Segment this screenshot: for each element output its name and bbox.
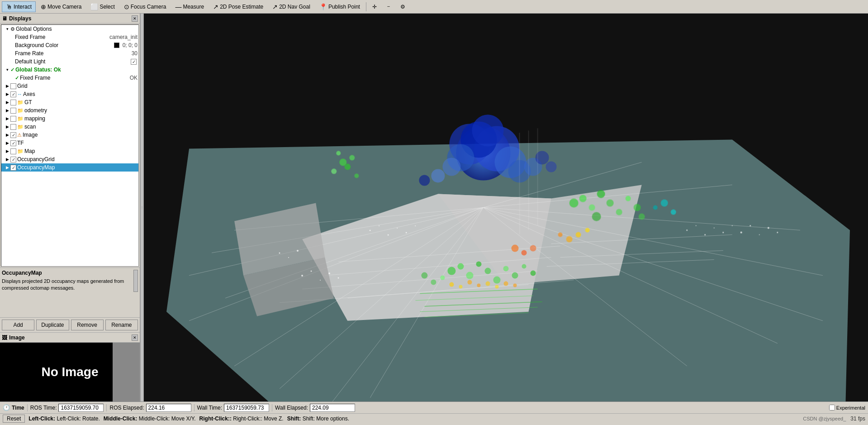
resize-handle[interactable]: ⋮ <box>140 14 144 401</box>
frame-rate-row[interactable]: Frame Rate 30 <box>1 49 138 57</box>
displays-panel: 🖥 Displays ✕ ▾ ⚙ Global Options Fixed Fr… <box>0 14 140 332</box>
svg-point-51 <box>579 195 587 202</box>
time-icon: 🕐 <box>3 404 10 411</box>
wall-elapsed-field: 224.09 <box>310 404 355 412</box>
duplicate-button[interactable]: Duplicate <box>36 320 69 330</box>
time-sep-3 <box>194 404 194 411</box>
svg-point-57 <box>634 204 641 211</box>
svg-point-72 <box>493 277 500 284</box>
minus-button[interactable]: － <box>382 1 395 12</box>
image-icon: ⚠ <box>17 132 22 138</box>
svg-point-79 <box>421 272 427 279</box>
image-row[interactable]: ▶ ✓ ⚠ Image <box>1 131 138 139</box>
svg-point-110 <box>732 225 733 226</box>
svg-point-98 <box>311 270 312 272</box>
svg-point-88 <box>512 245 519 252</box>
tf-row[interactable]: ▶ ✓ TF <box>1 139 138 147</box>
global-options-arrow[interactable]: ▾ <box>4 27 10 31</box>
mapping-checkbox[interactable] <box>10 116 16 122</box>
svg-point-76 <box>531 271 536 276</box>
odometry-row[interactable]: ▶ 📁 odometry <box>1 106 138 115</box>
background-color-row[interactable]: Background Color 0; 0; 0 <box>1 41 138 49</box>
pointcloud-visualization <box>144 14 868 401</box>
map-row[interactable]: ▶ 📁 Map <box>1 147 138 155</box>
mapping-icon: 📁 <box>17 116 24 122</box>
image-checkbox[interactable]: ✓ <box>10 132 16 138</box>
axes-arrow[interactable]: ▶ <box>4 92 10 96</box>
rename-button[interactable]: Rename <box>105 320 138 330</box>
move-icon-button[interactable]: ✛ <box>368 1 381 12</box>
tree-container[interactable]: ▾ ⚙ Global Options Fixed Frame camera_in… <box>1 24 139 267</box>
grid-checkbox[interactable] <box>10 83 16 89</box>
mapping-row[interactable]: ▶ 📁 mapping <box>1 115 138 123</box>
move-camera-button[interactable]: ⊕ Move Camera <box>37 1 85 12</box>
global-options-row[interactable]: ▾ ⚙ Global Options <box>1 25 138 33</box>
move-camera-icon: ⊕ <box>41 3 46 10</box>
gt-checkbox[interactable] <box>10 100 16 105</box>
image-stripe <box>113 343 140 401</box>
tf-checkbox[interactable]: ✓ <box>10 140 16 146</box>
experimental-check[interactable]: Experimental <box>829 405 865 411</box>
displays-close-button[interactable]: ✕ <box>132 15 138 22</box>
svg-point-73 <box>503 266 508 272</box>
image-panel-close[interactable]: ✕ <box>132 334 138 341</box>
scan-arrow[interactable]: ▶ <box>4 124 10 129</box>
reset-button[interactable]: Reset <box>3 415 25 423</box>
settings-button[interactable]: ⚙ <box>396 1 409 12</box>
map-arrow[interactable]: ▶ <box>4 149 10 153</box>
odometry-checkbox[interactable] <box>10 108 16 114</box>
svg-point-90 <box>530 245 536 252</box>
odometry-arrow[interactable]: ▶ <box>4 108 10 113</box>
gt-row[interactable]: ▶ 📁 GT <box>1 98 138 106</box>
svg-point-75 <box>522 264 526 269</box>
grid-arrow[interactable]: ▶ <box>4 84 10 88</box>
svg-point-107 <box>704 234 706 235</box>
occupancy-grid-arrow[interactable]: ▶ <box>4 157 10 162</box>
select-button[interactable]: ⬜ Select <box>86 1 119 12</box>
focus-camera-button[interactable]: ⊙ Focus Camera <box>120 1 171 12</box>
gt-arrow[interactable]: ▶ <box>4 100 10 105</box>
time-row: 🕐 Time ROS Time: 1637159059.70 ROS Elaps… <box>0 402 868 414</box>
status-fixed-frame-row[interactable]: ✓ Fixed Frame OK <box>1 74 138 82</box>
svg-point-63 <box>558 233 563 237</box>
occupancy-map-arrow[interactable]: ▶ <box>4 165 10 170</box>
image-arrow[interactable]: ▶ <box>4 133 10 137</box>
mapping-arrow[interactable]: ▶ <box>4 116 10 121</box>
odometry-icon: 📁 <box>17 108 24 114</box>
hint-shift: Shift: Shift: More options. <box>287 415 349 422</box>
svg-point-96 <box>415 225 416 226</box>
add-button[interactable]: Add <box>2 320 34 330</box>
interact-button[interactable]: 🖱 Interact <box>2 1 36 12</box>
map-checkbox[interactable] <box>10 148 16 154</box>
grid-row[interactable]: ▶ Grid <box>1 82 138 90</box>
status-fixed-frame-icon: ✓ <box>15 75 19 81</box>
axes-checkbox[interactable]: ✓ <box>10 91 16 97</box>
occupancy-grid-checkbox[interactable]: ✓ <box>10 157 16 162</box>
fixed-frame-row[interactable]: Fixed Frame camera_init <box>1 33 138 41</box>
description-text: Displays projected 2D occupancy maps gen… <box>2 278 133 292</box>
pose-estimate-button[interactable]: ↗ 2D Pose Estimate <box>209 1 267 12</box>
svg-point-111 <box>740 232 742 234</box>
description-scrollbar[interactable] <box>133 270 138 292</box>
remove-button[interactable]: Remove <box>71 320 104 330</box>
default-light-checkbox[interactable]: ✓ <box>131 59 137 65</box>
axes-row[interactable]: ▶ ✓ ↔ Axes <box>1 90 138 98</box>
global-status-row[interactable]: ▾ ✓ Global Status: Ok <box>1 66 138 74</box>
scan-checkbox[interactable] <box>10 124 16 130</box>
measure-button[interactable]: ― Measure <box>171 1 208 12</box>
experimental-checkbox[interactable] <box>829 405 835 411</box>
pose-estimate-icon: ↗ <box>213 3 218 10</box>
global-status-arrow[interactable]: ▾ <box>4 67 10 72</box>
tf-arrow[interactable]: ▶ <box>4 141 10 145</box>
focus-camera-icon: ⊙ <box>124 3 129 10</box>
3d-viewport[interactable] <box>144 14 868 401</box>
nav-goal-button[interactable]: ↗ 2D Nav Goal <box>268 1 314 12</box>
publish-point-button[interactable]: 📍 Publish Point <box>315 1 364 12</box>
default-light-row[interactable]: Default Light ✓ <box>1 57 138 66</box>
occupancy-map-row[interactable]: ▶ ✓ OccupancyMap <box>1 163 138 172</box>
occupancy-map-checkbox[interactable]: ✓ <box>10 165 16 171</box>
scan-row[interactable]: ▶ 📁 scan <box>1 123 138 131</box>
svg-point-112 <box>749 225 751 226</box>
svg-point-104 <box>297 250 299 252</box>
occupancy-grid-row[interactable]: ▶ ✓ OccupancyGrid <box>1 155 138 163</box>
